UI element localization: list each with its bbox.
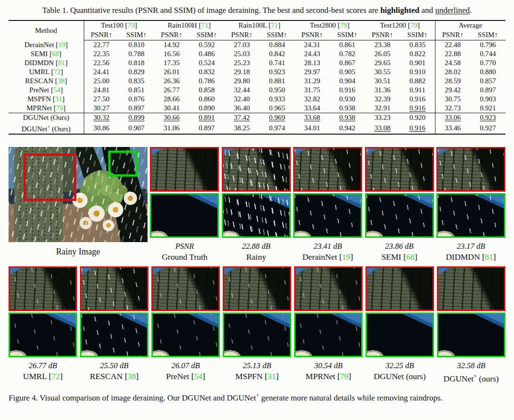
rain-overlay	[295, 195, 361, 236]
score-cell: 33.46	[435, 122, 470, 134]
score-cell: 30.66	[154, 113, 189, 123]
score-cell: 0.880	[470, 68, 505, 77]
method-name-cell: SEMI [68]	[9, 49, 84, 59]
score-cell: 33.06	[435, 113, 470, 123]
rain-overlay	[224, 268, 290, 310]
method-name-cell: DGUNet+ (Ours)	[9, 122, 84, 134]
figure-panel: 25.50 dBRESCAN [38]	[80, 266, 148, 382]
score-cell: 30.41	[154, 104, 189, 113]
score-cell: 32.73	[435, 104, 470, 113]
figure-panel: 32.58 dBDGUNet+ (ours)	[437, 266, 505, 384]
figure-row-1: Rainy Image PSNRGround Truth22.88 dBRain…	[9, 147, 505, 263]
psnr-column-header: PSNR↑	[154, 30, 189, 40]
score-cell: 0.881	[259, 77, 295, 86]
figure-panel: 32.25 dBDGUNet (ours)	[366, 266, 434, 382]
score-cell: 0.786	[189, 77, 224, 86]
score-cell: 0.927	[470, 122, 505, 134]
green-crop-image	[223, 313, 291, 357]
score-cell: 33.68	[295, 113, 330, 123]
superscript: +	[474, 373, 477, 380]
score-cell: 14.92	[154, 40, 189, 50]
score-cell: 0.911	[400, 86, 435, 95]
score-cell: 31.36	[365, 86, 400, 95]
figure-caption-suffix: generate more natural details while remo…	[259, 393, 443, 402]
table-row: UMRL [72]24.410.82926.010.83229.180.9232…	[9, 68, 505, 77]
rainy-image	[9, 147, 148, 242]
score-cell: 30.51	[365, 77, 400, 86]
rain-overlay	[366, 148, 433, 190]
score-cell: 0.876	[119, 95, 154, 104]
green-crop-image	[293, 193, 362, 238]
score-cell: 0.744	[470, 49, 505, 59]
score-cell: 0.904	[330, 77, 365, 86]
ssim-column-header: SSIM↑	[119, 30, 154, 40]
score-cell: 27.50	[84, 95, 119, 104]
score-cell: 36.40	[224, 104, 259, 113]
red-crop-image	[437, 266, 505, 311]
citation-number: 54	[194, 371, 203, 381]
figure-panel: 26.07 dBPreNet [54]	[151, 266, 220, 382]
score-cell: 0.818	[119, 59, 154, 68]
score-cell: 0.920	[400, 113, 435, 123]
score-cell: 0.901	[400, 59, 435, 68]
score-cell: 0.930	[330, 95, 365, 104]
citation-number: 31	[267, 371, 276, 381]
score-cell: 0.822	[400, 49, 435, 59]
score-cell: 30.32	[84, 113, 119, 123]
citation-number: 54	[53, 86, 60, 94]
rain-overlay	[223, 195, 289, 236]
table-caption-underlined-word: underlined	[435, 6, 470, 15]
table-row: DGUNet (Ours)30.320.89930.660.89137.420.…	[9, 113, 505, 123]
red-crop-image	[293, 147, 362, 192]
psnr-column-header: PSNR↑	[224, 30, 259, 40]
rain-overlay	[438, 148, 504, 190]
score-cell: 24.58	[435, 59, 470, 68]
superscript: +	[47, 124, 50, 129]
score-cell: 24.41	[84, 68, 119, 77]
table-caption-suffix: .	[470, 6, 472, 15]
figure-panel: 23.86 dBSEMI [68]	[365, 147, 434, 263]
table-row: SEMI [68]22.350.78816.560.48625.030.8422…	[9, 49, 505, 59]
green-crop-image	[80, 313, 148, 357]
score-cell: 0.741	[259, 59, 295, 68]
score-cell: 16.56	[154, 49, 189, 59]
psnr-column-header: PSNR↑	[365, 30, 400, 40]
score-cell: 0.950	[259, 86, 295, 95]
score-cell: 0.592	[189, 40, 224, 50]
table-row: DerainNet [19]22.770.81014.920.59227.030…	[9, 40, 505, 50]
method-name-cell: DerainNet [19]	[9, 40, 84, 50]
score-cell: 0.974	[259, 122, 295, 134]
method-name-cell: UMRL [72]	[9, 68, 84, 77]
score-cell: 0.857	[470, 77, 505, 86]
ssim-column-header: SSIM↑	[470, 30, 505, 40]
green-crop-image	[150, 193, 219, 238]
rain-overlay	[438, 195, 504, 236]
citation-number: 79	[410, 21, 417, 29]
rain-overlay	[367, 314, 433, 356]
figure-caption: Figure 4. Visual comparison of image der…	[9, 390, 505, 403]
rain-overlay	[296, 268, 361, 310]
rain-overlay	[10, 314, 76, 356]
ssim-column-header: SSIM↑	[259, 30, 295, 40]
score-cell: 38.25	[224, 122, 259, 134]
score-cell: 30.75	[435, 95, 470, 104]
citation-number: 31	[55, 95, 62, 103]
dataset-group-header: Average	[435, 20, 505, 30]
score-cell: 24.43	[295, 49, 330, 59]
psnr-value: 23.41 dB	[293, 241, 362, 252]
psnr-value: 25.13 dB	[223, 360, 291, 371]
ssim-column-header: SSIM↑	[400, 30, 435, 40]
citation-number: 79	[340, 21, 347, 29]
red-crop-image	[223, 266, 291, 311]
green-crop-image	[222, 193, 291, 238]
citation-number: 79	[340, 371, 349, 381]
table-row: MPRNet [79]30.270.89730.410.89036.400.96…	[9, 104, 505, 113]
red-crop-image	[366, 266, 434, 311]
score-cell: 29.18	[224, 68, 259, 77]
red-crop-image	[80, 266, 148, 311]
score-cell: 0.788	[119, 49, 154, 59]
score-cell: 0.832	[189, 68, 224, 77]
score-cell: 0.858	[189, 86, 224, 95]
score-cell: 0.938	[330, 104, 365, 113]
method-name-cell: PreNet [54]	[9, 86, 84, 95]
